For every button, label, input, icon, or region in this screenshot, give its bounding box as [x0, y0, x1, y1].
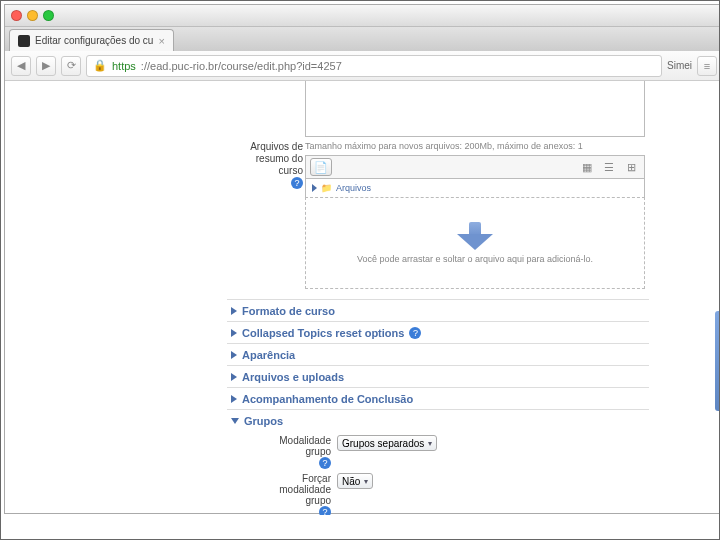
browser-toolbar: ◀ ▶ ⟳ 🔒 https ://ead.puc-rio.br/course/e… — [5, 51, 720, 81]
profile-name[interactable]: Simei — [667, 60, 692, 71]
label-arquivos-resumo: Arquivos de resumo do curso ? — [231, 141, 303, 189]
section-grupos[interactable]: Grupos — [227, 409, 649, 431]
section-acompanhamento-conclusao[interactable]: Acompanhamento de Conclusão — [227, 387, 649, 409]
document-icon: 📄 — [314, 161, 328, 174]
tab-strip: Editar configurações do cu × — [5, 27, 720, 51]
label-text: Forçar modalidade grupo — [279, 473, 331, 506]
file-size-hint: Tamanho máximo para novos arquivos: 200M… — [305, 141, 645, 151]
close-tab-icon[interactable]: × — [158, 35, 164, 47]
reload-icon: ⟳ — [67, 59, 76, 72]
section-aparencia[interactable]: Aparência — [227, 343, 649, 365]
select-arrow-icon: ▾ — [364, 477, 368, 486]
section-title: Formato de curso — [242, 305, 335, 317]
filepicker-toolbar: 📄 ▦ ☰ ⊞ — [305, 155, 645, 179]
help-icon[interactable]: ? — [319, 506, 331, 515]
select-modalidade-grupo[interactable]: Grupos separados ▾ — [337, 435, 437, 451]
caret-right-icon — [231, 351, 237, 359]
label-forcar-modalidade: Forçar modalidade grupo ? — [267, 473, 337, 515]
help-icon[interactable]: ? — [319, 457, 331, 469]
back-button[interactable]: ◀ — [11, 56, 31, 76]
add-file-button[interactable]: 📄 — [310, 158, 332, 176]
section-arquivos-uploads[interactable]: Arquivos e uploads — [227, 365, 649, 387]
caret-down-icon — [231, 418, 239, 424]
chevron-right-icon: ▶ — [42, 59, 50, 72]
caret-right-icon — [231, 307, 237, 315]
breadcrumb-label: Arquivos — [336, 183, 371, 193]
view-icons-button[interactable]: ▦ — [578, 159, 596, 175]
view-tree-button[interactable]: ⊞ — [622, 159, 640, 175]
close-window-button[interactable] — [11, 10, 22, 21]
url-scheme: https — [112, 60, 136, 72]
section-title: Arquivos e uploads — [242, 371, 344, 383]
section-title: Grupos — [244, 415, 283, 427]
breadcrumb-caret-icon — [312, 184, 317, 192]
reload-button[interactable]: ⟳ — [61, 56, 81, 76]
select-value: Grupos separados — [342, 438, 424, 449]
tab-title: Editar configurações do cu — [35, 35, 153, 46]
select-value: Não — [342, 476, 360, 487]
forward-button[interactable]: ▶ — [36, 56, 56, 76]
section-collapsed-topics-reset[interactable]: Collapsed Topics reset options ? — [227, 321, 649, 343]
caret-right-icon — [231, 329, 237, 337]
label-text: Arquivos de resumo do curso — [250, 141, 303, 176]
page-content: Arquivos de resumo do curso ? Tamanho má… — [5, 81, 720, 515]
help-icon[interactable]: ? — [291, 177, 303, 189]
help-icon[interactable]: ? — [409, 327, 421, 339]
minimize-window-button[interactable] — [27, 10, 38, 21]
chrome-menu-button[interactable]: ≡ — [697, 56, 717, 76]
section-formato-de-curso[interactable]: Formato de curso — [227, 299, 649, 321]
filepicker-breadcrumb[interactable]: 📁 Arquivos — [305, 179, 645, 197]
lock-icon: 🔒 — [93, 59, 107, 72]
address-bar[interactable]: 🔒 https ://ead.puc-rio.br/course/edit.ph… — [86, 55, 662, 77]
drop-hint: Você pode arrastar e soltar o arquivo aq… — [357, 254, 593, 264]
select-arrow-icon: ▾ — [428, 439, 432, 448]
section-title: Acompanhamento de Conclusão — [242, 393, 413, 405]
section-title: Collapsed Topics reset options — [242, 327, 404, 339]
download-arrow-icon — [455, 222, 495, 250]
settings-sections: Formato de curso Collapsed Topics reset … — [227, 299, 649, 515]
file-drop-zone[interactable]: Você pode arrastar e soltar o arquivo aq… — [305, 197, 645, 289]
caret-right-icon — [231, 395, 237, 403]
summary-editor[interactable] — [305, 81, 645, 137]
view-list-button[interactable]: ☰ — [600, 159, 618, 175]
zoom-window-button[interactable] — [43, 10, 54, 21]
scrollbar-thumb[interactable] — [715, 311, 720, 411]
chevron-left-icon: ◀ — [17, 59, 25, 72]
section-title: Aparência — [242, 349, 295, 361]
grupos-body: Modalidade grupo ? Grupos separados ▾ Fo… — [227, 431, 649, 515]
label-text: Modalidade grupo — [279, 435, 331, 457]
label-modalidade-grupo: Modalidade grupo ? — [267, 435, 337, 469]
favicon — [18, 35, 30, 47]
select-forcar-modalidade[interactable]: Não ▾ — [337, 473, 373, 489]
url-path: ://ead.puc-rio.br/course/edit.php?id=425… — [141, 60, 342, 72]
browser-tab[interactable]: Editar configurações do cu × — [9, 29, 174, 51]
caret-right-icon — [231, 373, 237, 381]
